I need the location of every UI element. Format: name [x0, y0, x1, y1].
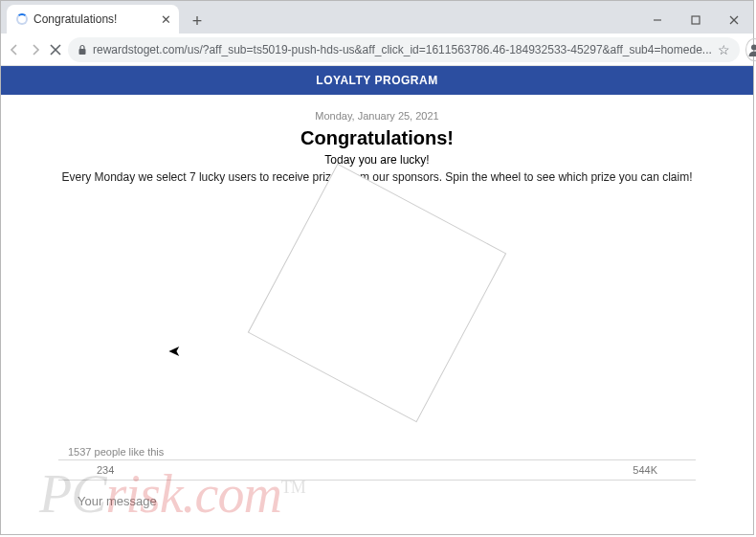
loading-spinner-icon — [16, 13, 28, 25]
loyalty-banner: LOYALTY PROGRAM — [1, 66, 753, 95]
page-heading: Congratulations! — [20, 127, 734, 149]
arrow-left-icon — [7, 42, 22, 57]
new-tab-button[interactable]: + — [185, 9, 210, 34]
close-window-button[interactable] — [715, 7, 753, 34]
page-description: Every Monday we select 7 lucky users to … — [20, 170, 734, 184]
maximize-button[interactable] — [677, 7, 715, 34]
page-content: LOYALTY PROGRAM Monday, January 25, 2021… — [1, 66, 753, 534]
stats-bar: 234 544K — [58, 459, 696, 481]
stats-right: 544K — [633, 464, 657, 476]
url-bar-row: rewardstoget.com/us/?aff_sub=ts5019-push… — [1, 34, 753, 66]
close-tab-icon[interactable]: ✕ — [161, 12, 171, 27]
minimize-icon — [653, 15, 662, 25]
x-icon — [49, 43, 62, 56]
stats-left: 234 — [97, 464, 114, 476]
forward-button[interactable] — [28, 38, 43, 61]
prize-wheel-area — [20, 197, 734, 389]
prize-wheel[interactable] — [248, 164, 506, 422]
url-text: rewardstoget.com/us/?aff_sub=ts5019-push… — [93, 43, 712, 56]
address-bar[interactable]: rewardstoget.com/us/?aff_sub=ts5019-push… — [68, 37, 740, 62]
browser-window: Congratulations! ✕ + — [0, 0, 754, 535]
person-icon — [746, 42, 756, 57]
back-button[interactable] — [7, 38, 22, 61]
svg-rect-6 — [79, 49, 86, 55]
message-input[interactable]: Your message — [78, 494, 157, 508]
browser-tab[interactable]: Congratulations! ✕ — [7, 5, 179, 34]
content-area: Monday, January 25, 2021 Congratulations… — [1, 95, 753, 417]
close-icon — [729, 15, 739, 25]
bookmark-star-icon[interactable]: ☆ — [718, 42, 730, 57]
window-controls — [638, 7, 753, 34]
minimize-button[interactable] — [638, 7, 677, 34]
page-date: Monday, January 25, 2021 — [20, 110, 734, 122]
page-subheading: Today you are lucky! — [20, 153, 734, 167]
svg-point-7 — [751, 44, 756, 50]
tab-title: Congratulations! — [33, 12, 117, 26]
likes-text: 1537 people like this — [1, 446, 753, 458]
stop-reload-button[interactable] — [49, 38, 62, 61]
maximize-icon — [691, 15, 700, 25]
lock-icon — [78, 44, 87, 56]
svg-rect-1 — [692, 16, 700, 24]
arrow-right-icon — [28, 42, 43, 57]
tab-bar: Congratulations! ✕ + — [1, 1, 753, 34]
profile-avatar[interactable] — [745, 38, 756, 61]
